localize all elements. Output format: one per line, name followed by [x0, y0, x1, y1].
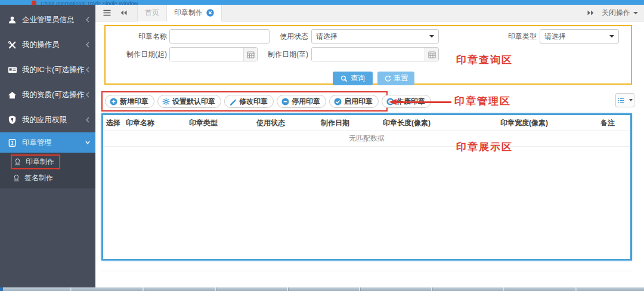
- sidebar-item-operators[interactable]: 我的操作员: [0, 32, 95, 57]
- column-header-seal-type[interactable]: 印章类型: [186, 118, 253, 128]
- gear-icon: [162, 98, 170, 106]
- column-view-button[interactable]: [615, 93, 634, 107]
- column-header-use-status[interactable]: 使用状态: [253, 118, 318, 128]
- annotation-display-area: 印章展示区: [456, 140, 513, 154]
- sidebar-item-ic-card[interactable]: 我的IC卡(可选操作): [0, 57, 95, 82]
- add-seal-button[interactable]: 新增印章: [105, 95, 154, 108]
- tab-seal-making[interactable]: 印章制作: [167, 5, 222, 21]
- chevron-left-icon: [85, 16, 91, 23]
- date-to-field: [311, 47, 439, 61]
- check-circle-icon: [334, 98, 342, 106]
- close-operations-label: 关闭操作: [602, 8, 630, 18]
- column-header-select[interactable]: 选择: [103, 118, 123, 128]
- main-content: 首页 印章制作 关闭操作 印章名称 使用状态 请选择 印章类型: [95, 5, 644, 287]
- annotation-highlight-box: 印章制作: [11, 154, 60, 169]
- sidebar-item-seal-management[interactable]: 印章管理: [0, 132, 95, 153]
- calendar-icon[interactable]: [425, 48, 438, 61]
- taskbar-items: [0, 287, 644, 291]
- app-logo-icon: [32, 1, 36, 5]
- toolbar-button-label: 新增印章: [120, 97, 148, 107]
- sidebar-subitem-label: 签名制作: [24, 173, 53, 183]
- id-card-icon: [8, 66, 18, 75]
- column-header-seal-name[interactable]: 印章名称: [123, 118, 186, 128]
- menu-icon[interactable]: [103, 9, 112, 17]
- sidebar-item-label: 印章管理: [22, 138, 85, 148]
- date-from-input[interactable]: [170, 48, 243, 61]
- set-default-seal-button[interactable]: 设置默认印章: [157, 95, 221, 108]
- reset-button[interactable]: 重置: [377, 72, 414, 85]
- os-taskbar[interactable]: [0, 287, 644, 291]
- seal-management-icon: [8, 138, 18, 147]
- chevron-left-icon: [85, 116, 91, 123]
- tab-close-icon[interactable]: [206, 9, 214, 17]
- chevron-down-icon: [85, 139, 91, 146]
- stamp-icon: [12, 174, 21, 182]
- column-header-seal-length[interactable]: 印章长度(像素): [380, 118, 497, 128]
- sidebar-item-label: 我的资质(可选操作): [22, 90, 85, 100]
- date-from-field: [169, 47, 258, 61]
- tab-label: 首页: [145, 8, 159, 18]
- table-empty-row: 无匹配数据: [103, 131, 630, 147]
- annotation-arrow: [389, 99, 451, 105]
- window-titlebar: China International Trade Single Window: [0, 0, 644, 5]
- toolbar-button-label: 停用印章: [292, 97, 320, 107]
- chevron-left-icon: [85, 91, 91, 98]
- column-header-make-date[interactable]: 制作日期: [318, 118, 380, 128]
- select-value: 请选择: [544, 32, 606, 42]
- no-data-text: 无匹配数据: [349, 134, 385, 144]
- toolbar-button-label: 启用印章: [344, 97, 373, 107]
- chevron-left-icon: [85, 66, 91, 73]
- date-to-input[interactable]: [312, 48, 425, 61]
- sidebar-subitem-signature-making[interactable]: 签名制作: [0, 170, 95, 186]
- tab-home[interactable]: 首页: [137, 5, 167, 21]
- seal-table-panel: 选择 印章名称 印章类型 使用状态 制作日期 印章长度(像素) 印章宽度(像素)…: [101, 113, 632, 261]
- sidebar-subitem-label: 印章制作: [26, 157, 54, 167]
- toolbar-button-label: 修改印章: [239, 97, 268, 107]
- plus-circle-icon: [110, 98, 117, 106]
- search-button[interactable]: 查询: [333, 72, 373, 85]
- seal-type-label: 印章类型: [477, 29, 537, 44]
- select-value: 请选择: [316, 32, 426, 42]
- use-status-select[interactable]: 请选择: [311, 29, 439, 44]
- pagination-strip: [101, 262, 632, 271]
- stamp-icon: [13, 157, 22, 166]
- collapse-tabs-icon[interactable]: [119, 9, 129, 17]
- expand-tabs-icon[interactable]: [586, 9, 596, 17]
- sidebar-item-label: 企业管理员信息: [22, 15, 85, 25]
- sidebar-item-app-permissions[interactable]: 我的应用权限: [0, 107, 95, 132]
- caret-down-icon: [629, 99, 633, 101]
- column-header-remarks[interactable]: 备注: [597, 118, 630, 128]
- shield-icon: [8, 116, 18, 125]
- column-header-seal-width[interactable]: 印章宽度(像素): [497, 118, 597, 128]
- enable-seal-button[interactable]: 启用印章: [329, 95, 379, 108]
- search-button-label: 查询: [351, 73, 365, 83]
- seal-type-select[interactable]: 请选择: [540, 29, 619, 44]
- seal-management-submenu: 印章制作 签名制作: [0, 153, 95, 188]
- modify-seal-button[interactable]: 修改印章: [224, 95, 274, 108]
- sidebar-subitem-seal-making[interactable]: 印章制作: [0, 154, 95, 170]
- disable-seal-button[interactable]: 停用印章: [277, 95, 326, 108]
- toolbar-button-label: 设置默认印章: [172, 97, 215, 107]
- tools-icon: [8, 41, 18, 49]
- user-icon: [8, 16, 18, 24]
- sidebar-item-admin-info[interactable]: 企业管理员信息: [0, 7, 95, 32]
- window-title: China International Trade Single Window: [41, 1, 138, 5]
- sidebar-item-label: 我的操作员: [22, 40, 85, 50]
- reset-button-label: 重置: [394, 73, 408, 83]
- sidebar-item-qualifications[interactable]: 我的资质(可选操作): [0, 82, 95, 107]
- date-from-label: 制作日期(起): [107, 47, 167, 61]
- use-status-label: 使用状态: [249, 29, 308, 44]
- annotation-manage-area: 印章管理区: [454, 94, 511, 108]
- list-icon: [617, 97, 625, 104]
- table-header-row: 选择 印章名称 印章类型 使用状态 制作日期 印章长度(像素) 印章宽度(像素)…: [103, 115, 630, 131]
- pencil-icon: [229, 98, 237, 106]
- home-icon: [8, 91, 18, 100]
- sidebar: 企业管理员信息 我的操作员 我的IC卡(可选操作) 我的资质(可选操作): [0, 5, 95, 287]
- close-operations-dropdown[interactable]: 关闭操作: [602, 8, 638, 18]
- caret-down-icon: [609, 35, 614, 38]
- search-icon: [340, 75, 348, 82]
- seal-name-label: 印章名称: [107, 29, 167, 44]
- tab-bar: 首页 印章制作 关闭操作: [95, 5, 644, 21]
- minus-circle-icon: [281, 98, 289, 106]
- seal-query-panel: 印章名称 使用状态 请选择 印章类型 请选择 制作日期(起) 制作日期(至) 印…: [104, 25, 632, 85]
